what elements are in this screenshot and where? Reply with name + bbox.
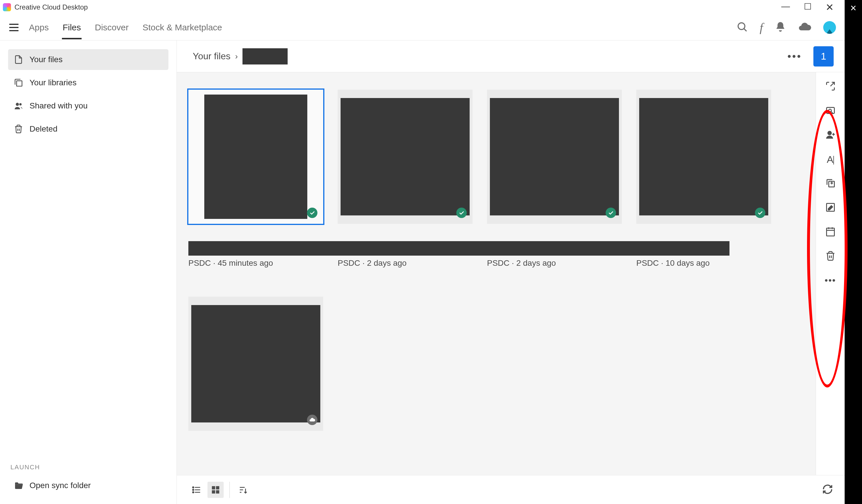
file-thumbnail [639, 98, 768, 215]
external-panel-close-icon[interactable]: × [850, 3, 856, 13]
svg-rect-29 [212, 486, 215, 489]
actions-rail: A ••• [816, 72, 845, 475]
version-history-icon[interactable] [825, 226, 836, 238]
window-close-button[interactable]: ✕ [825, 1, 834, 13]
content-footer [177, 475, 845, 504]
sidebar-item-your-libraries[interactable]: Your libraries [8, 72, 168, 93]
more-options-button[interactable]: ••• [787, 50, 802, 63]
svg-line-7 [831, 111, 833, 113]
file-grid-scroll[interactable]: PSDC · 45 minutes ago PSDC · 2 days ago … [177, 72, 816, 475]
notifications-icon[interactable] [775, 21, 786, 34]
menu-button[interactable] [9, 22, 19, 33]
list-view-button[interactable] [188, 482, 205, 498]
svg-point-6 [829, 109, 831, 112]
sidebar-item-label: Deleted [29, 124, 57, 134]
app-logo-icon [3, 3, 11, 11]
sidebar-item-label: Your files [29, 55, 63, 64]
svg-point-8 [827, 131, 832, 135]
delete-icon[interactable] [825, 251, 836, 262]
file-meta: PSDC · 2 days ago [338, 258, 472, 268]
edit-icon[interactable] [825, 202, 836, 214]
synced-badge-icon [456, 208, 467, 218]
file-thumbnail [490, 98, 619, 215]
sidebar-item-shared-with-you[interactable]: Shared with you [8, 95, 168, 116]
account-avatar[interactable] [823, 21, 836, 34]
sidebar: Your files Your libraries Shared with yo… [0, 40, 177, 504]
svg-rect-30 [216, 486, 219, 489]
preview-icon[interactable] [825, 105, 836, 117]
sync-folder-icon [14, 481, 23, 490]
content-header: Your files › ••• 1 [177, 40, 845, 72]
file-thumbnail [204, 95, 307, 219]
nav-tab-discover[interactable]: Discover [94, 16, 129, 39]
content-area: Your files › ••• 1 [177, 40, 845, 504]
svg-point-0 [738, 23, 745, 29]
sidebar-section-launch: LAUNCH [8, 464, 168, 475]
file-names-row-redacted [188, 241, 730, 256]
svg-point-3 [16, 103, 19, 106]
trash-icon [14, 124, 23, 134]
nav-tab-stock[interactable]: Stock & Marketplace [142, 16, 223, 39]
breadcrumb-root[interactable]: Your files [193, 51, 230, 62]
file-thumbnail [341, 98, 470, 215]
svg-rect-5 [826, 108, 834, 114]
window-maximize-button[interactable]: ☐ [804, 1, 812, 13]
search-icon[interactable] [736, 21, 748, 34]
open-icon[interactable] [825, 81, 836, 93]
cloud-only-badge-icon [307, 415, 317, 425]
svg-point-27 [193, 489, 194, 490]
add-people-icon[interactable] [825, 130, 836, 141]
grid-view-button[interactable] [208, 482, 224, 498]
sidebar-item-label: Your libraries [29, 78, 76, 87]
svg-line-1 [744, 29, 746, 31]
svg-point-4 [19, 103, 22, 106]
sidebar-item-label: Open sync folder [29, 481, 91, 490]
fonts-icon[interactable]: f [760, 21, 763, 35]
file-card[interactable] [188, 90, 323, 224]
file-card[interactable] [188, 297, 323, 431]
nav-tab-apps[interactable]: Apps [28, 16, 49, 39]
svg-rect-32 [216, 490, 219, 493]
refresh-button[interactable] [822, 484, 833, 496]
cloud-sync-icon[interactable] [798, 20, 812, 35]
file-card[interactable] [636, 90, 771, 224]
titlebar: Creative Cloud Desktop ― ☐ ✕ [0, 0, 845, 14]
sidebar-item-deleted[interactable]: Deleted [8, 119, 168, 140]
breadcrumb-current-redacted [243, 48, 288, 65]
file-meta-row: PSDC · 45 minutes ago PSDC · 2 days ago … [188, 256, 804, 268]
file-card[interactable] [338, 90, 472, 224]
selection-count-badge[interactable]: 1 [813, 46, 834, 67]
file-icon [14, 55, 23, 64]
sidebar-item-label: Shared with you [29, 101, 88, 110]
copy-icon[interactable] [825, 178, 836, 189]
svg-rect-31 [212, 490, 215, 493]
window-minimize-button[interactable]: ― [781, 1, 790, 13]
sidebar-item-your-files[interactable]: Your files [8, 49, 168, 70]
synced-badge-icon [755, 208, 765, 218]
sidebar-item-open-sync-folder[interactable]: Open sync folder [8, 475, 168, 496]
synced-badge-icon [307, 208, 317, 218]
file-meta: PSDC · 2 days ago [487, 258, 622, 268]
window-title: Creative Cloud Desktop [14, 3, 88, 11]
file-card[interactable] [487, 90, 622, 224]
top-nav: Apps Files Discover Stock & Marketplace … [0, 14, 845, 40]
sort-button[interactable] [235, 482, 251, 498]
external-panel-strip: × [845, 0, 862, 504]
rail-more-button[interactable]: ••• [825, 275, 836, 286]
svg-point-28 [193, 492, 194, 493]
libraries-icon [14, 78, 23, 87]
svg-rect-2 [16, 81, 22, 86]
chevron-right-icon: › [235, 52, 238, 61]
nav-tab-files[interactable]: Files [62, 16, 81, 39]
file-thumbnail [191, 305, 320, 423]
file-meta: PSDC · 45 minutes ago [188, 258, 323, 268]
people-icon [14, 101, 23, 110]
file-meta: PSDC · 10 days ago [636, 258, 771, 268]
svg-rect-13 [826, 228, 834, 236]
synced-badge-icon [606, 208, 616, 218]
svg-point-26 [193, 487, 194, 488]
rename-icon[interactable]: A [827, 154, 834, 165]
